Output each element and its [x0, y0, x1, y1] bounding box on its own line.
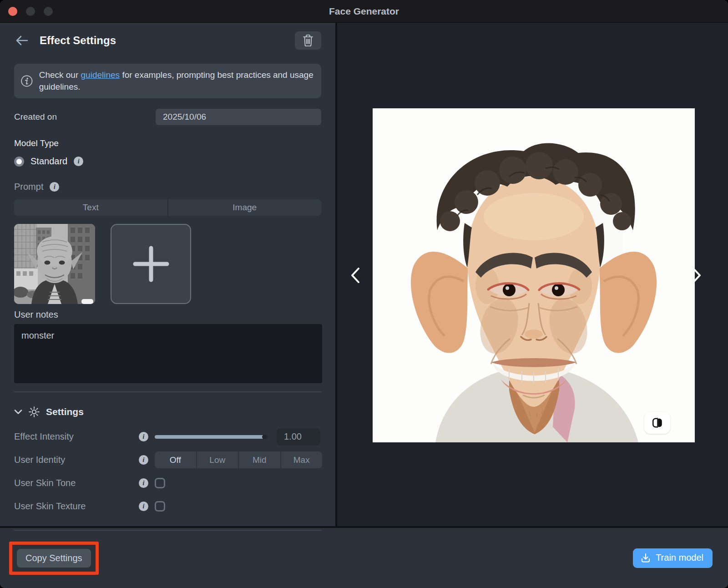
note-text-before: Check our [39, 70, 81, 80]
prompt-image-thumbnail[interactable] [14, 224, 95, 304]
delete-effect-button[interactable] [295, 31, 321, 50]
tab-image[interactable]: Image [167, 199, 322, 216]
created-on-input[interactable] [156, 109, 321, 125]
tab-text[interactable]: Text [14, 199, 167, 216]
back-button[interactable] [14, 33, 30, 48]
segment-off[interactable]: Off [155, 451, 196, 468]
guidelines-note: Check our guidelines for examples, promp… [14, 64, 321, 98]
guidelines-link[interactable]: guidelines [81, 70, 120, 80]
standard-radio[interactable] [14, 157, 24, 167]
trash-icon [303, 35, 313, 46]
info-circle-icon [20, 74, 33, 88]
download-icon [640, 553, 651, 563]
bottom-divider [14, 530, 321, 531]
compare-icon [652, 417, 663, 429]
chevron-right-icon [691, 267, 703, 284]
monster-photo-illustration [14, 224, 95, 304]
model-type-info-icon[interactable]: i [74, 157, 83, 166]
page-title: Effect Settings [40, 34, 116, 47]
app-window: Face Generator Effect Settings [0, 0, 728, 588]
copy-settings-button[interactable]: Copy Settings [17, 549, 91, 568]
zoom-window-button[interactable] [44, 7, 53, 16]
segment-max[interactable]: Max [280, 451, 323, 468]
user-notes-textarea[interactable]: monster [14, 324, 322, 383]
generated-face-image [373, 108, 695, 442]
user-identity-segmented-control: Off Low Mid Max [155, 451, 322, 468]
segment-mid[interactable]: Mid [238, 451, 280, 468]
user-skin-texture-info-icon[interactable]: i [139, 502, 148, 511]
user-skin-tone-label: User Skin Tone [14, 478, 139, 488]
user-identity-info-icon[interactable]: i [139, 455, 148, 465]
train-model-button[interactable]: Train model [633, 548, 713, 568]
gear-icon [28, 406, 40, 418]
slider-fill [155, 435, 265, 439]
compare-before-after-button[interactable] [644, 412, 670, 434]
settings-section-toggle[interactable]: Settings [14, 406, 321, 418]
user-skin-texture-label: User Skin Texture [14, 501, 139, 512]
prompt-mode-tabs: Text Image [14, 199, 321, 216]
add-image-button[interactable] [111, 224, 191, 304]
user-identity-label: User Identity [14, 455, 139, 465]
window-title: Face Generator [329, 6, 399, 17]
window-controls [8, 7, 53, 16]
user-skin-tone-info-icon[interactable]: i [139, 478, 148, 488]
settings-section-title: Settings [46, 406, 84, 417]
minimize-window-button[interactable] [26, 7, 35, 16]
segment-low[interactable]: Low [196, 451, 238, 468]
effect-intensity-label: Effect Intensity [14, 431, 139, 442]
footer-bar: Copy Settings Train model [0, 526, 728, 588]
previous-image-button[interactable] [347, 265, 364, 285]
guidelines-note-text: Check our guidelines for examples, promp… [39, 69, 314, 93]
effect-intensity-slider[interactable] [155, 435, 268, 439]
chevron-down-icon [14, 409, 22, 415]
standard-radio-label: Standard [30, 156, 67, 167]
generated-face-illustration [373, 108, 695, 442]
model-type-label: Model Type [14, 138, 321, 148]
effect-settings-panel: Effect Settings Check our guidelines for… [0, 23, 337, 526]
close-window-button[interactable] [8, 7, 17, 16]
back-arrow-icon [15, 35, 29, 46]
train-model-label: Train model [656, 553, 703, 563]
preview-panel [337, 23, 728, 526]
annotation-highlight: Copy Settings [9, 542, 99, 575]
prompt-info-icon[interactable]: i [50, 182, 59, 192]
plus-icon [131, 244, 171, 284]
section-divider [14, 391, 321, 392]
created-on-label: Created on [14, 112, 57, 122]
user-notes-label: User notes [14, 309, 321, 320]
slider-thumb[interactable] [262, 435, 267, 439]
chevron-left-icon [349, 267, 361, 284]
title-bar: Face Generator [0, 0, 728, 23]
user-skin-texture-checkbox[interactable] [155, 501, 165, 512]
effect-intensity-info-icon[interactable]: i [139, 432, 148, 441]
effect-intensity-value[interactable]: 1.00 [277, 428, 320, 446]
user-skin-tone-checkbox[interactable] [155, 478, 165, 488]
prompt-label: Prompt [14, 182, 43, 192]
next-image-button[interactable] [688, 265, 705, 285]
